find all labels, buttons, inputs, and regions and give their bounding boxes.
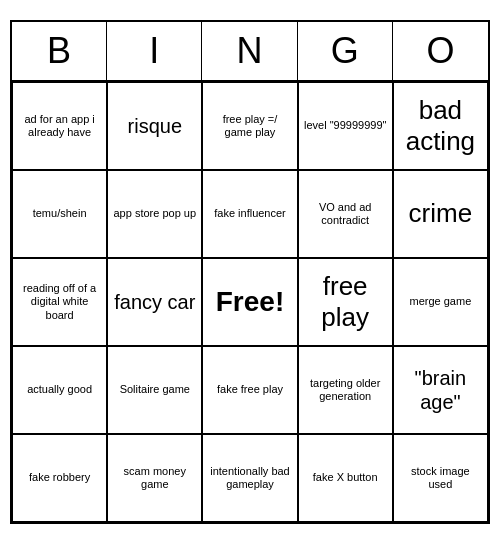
bingo-header: BINGO [12, 22, 488, 82]
bingo-cell-10[interactable]: reading off of a digital white board [12, 258, 107, 346]
bingo-cell-23[interactable]: fake X button [298, 434, 393, 522]
bingo-cell-16[interactable]: Solitaire game [107, 346, 202, 434]
bingo-cell-13[interactable]: free play [298, 258, 393, 346]
bingo-letter-G: G [298, 22, 393, 80]
bingo-cell-19[interactable]: "brain age" [393, 346, 488, 434]
bingo-cell-11[interactable]: fancy car [107, 258, 202, 346]
bingo-cell-12[interactable]: Free! [202, 258, 297, 346]
bingo-cell-8[interactable]: VO and ad contradict [298, 170, 393, 258]
bingo-letter-I: I [107, 22, 202, 80]
bingo-cell-5[interactable]: temu/shein [12, 170, 107, 258]
bingo-cell-21[interactable]: scam money game [107, 434, 202, 522]
bingo-letter-O: O [393, 22, 488, 80]
bingo-card: BINGO ad for an app i already haverisque… [10, 20, 490, 524]
bingo-cell-24[interactable]: stock image used [393, 434, 488, 522]
bingo-cell-1[interactable]: risque [107, 82, 202, 170]
bingo-cell-9[interactable]: crime [393, 170, 488, 258]
bingo-cell-14[interactable]: merge game [393, 258, 488, 346]
bingo-cell-7[interactable]: fake influencer [202, 170, 297, 258]
bingo-cell-20[interactable]: fake robbery [12, 434, 107, 522]
bingo-cell-22[interactable]: intentionally bad gameplay [202, 434, 297, 522]
bingo-grid: ad for an app i already haverisquefree p… [12, 82, 488, 522]
bingo-cell-4[interactable]: bad acting [393, 82, 488, 170]
bingo-cell-6[interactable]: app store pop up [107, 170, 202, 258]
bingo-letter-B: B [12, 22, 107, 80]
bingo-letter-N: N [202, 22, 297, 80]
bingo-cell-0[interactable]: ad for an app i already have [12, 82, 107, 170]
bingo-cell-18[interactable]: targeting older generation [298, 346, 393, 434]
bingo-cell-2[interactable]: free play =/ game play [202, 82, 297, 170]
bingo-cell-15[interactable]: actually good [12, 346, 107, 434]
bingo-cell-17[interactable]: fake free play [202, 346, 297, 434]
bingo-cell-3[interactable]: level "99999999" [298, 82, 393, 170]
